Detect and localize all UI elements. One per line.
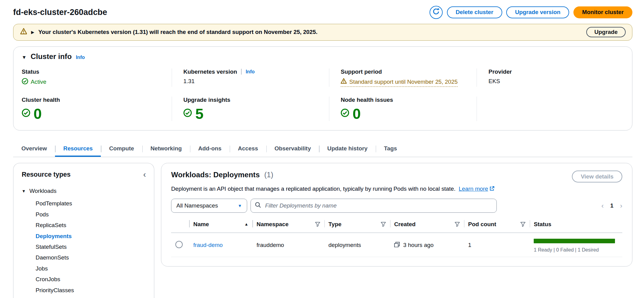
sidebar-item-podtemplates[interactable]: PodTemplates [36, 198, 146, 209]
column-header-type[interactable]: Type [324, 219, 390, 233]
banner-message: Your cluster's Kubernetes version (1.31)… [38, 29, 582, 35]
filter-icon[interactable] [315, 222, 320, 227]
sidebar-item-priorityclasses[interactable]: PriorityClasses [36, 285, 146, 296]
monitor-cluster-button[interactable]: Monitor cluster [573, 6, 633, 18]
check-circle-icon [22, 78, 28, 86]
node-health-issues-value: 0 [353, 106, 361, 121]
warning-icon [341, 78, 347, 86]
banner-expand-caret-icon[interactable]: ▶ [31, 30, 34, 35]
cluster-info-card: ▼ Cluster info Info Status Active Kubern… [13, 46, 632, 131]
column-header-status[interactable]: Status [530, 219, 622, 233]
created-cell: 3 hours ago [403, 242, 434, 248]
resources-content: Resource types ‹ ▼ Workloads PodTemplate… [13, 163, 632, 298]
sidebar-item-deployments[interactable]: Deployments [36, 231, 146, 241]
filter-icon[interactable] [520, 222, 525, 227]
row-radio-button[interactable] [175, 241, 183, 248]
deployments-description: Deployment is an API object that manages… [171, 186, 456, 192]
warning-icon [20, 28, 27, 37]
learn-more-link[interactable]: Learn more [459, 186, 494, 192]
caret-down-icon: ▼ [22, 189, 26, 193]
external-link-icon [489, 186, 494, 193]
check-circle-icon [183, 109, 192, 119]
search-icon [255, 202, 261, 210]
support-period-field: Support period Standard support until No… [329, 68, 477, 87]
next-page-button[interactable]: › [620, 202, 623, 209]
sidebar-item-horizontalpodautoscalers[interactable]: HorizontalPodAutoscalers [36, 296, 146, 298]
filter-icon[interactable] [455, 222, 460, 227]
sidebar-item-cronjobs[interactable]: CronJobs [36, 274, 146, 285]
status-caption: 1 Ready | 0 Failed | 1 Desired [534, 247, 618, 253]
tab-compute[interactable]: Compute [101, 141, 142, 157]
deployments-table: Name ▲ Namespace Type Created [171, 219, 622, 257]
cluster-info-title: Cluster info [31, 52, 71, 61]
upgrade-insights-field: Upgrade insights 5 [172, 97, 329, 121]
tab-resources[interactable]: Resources [55, 141, 101, 157]
refresh-icon [433, 8, 440, 17]
check-circle-icon [22, 109, 30, 119]
tab-observability[interactable]: Observability [266, 141, 319, 157]
type-cell: deployments [324, 242, 390, 248]
namespace-select[interactable]: All Namespaces ▼ [171, 199, 247, 213]
deployments-count: (1) [264, 171, 273, 179]
column-header-name[interactable]: Name ▲ [189, 219, 252, 233]
copy-icon[interactable] [394, 242, 400, 249]
tab-networking[interactable]: Networking [142, 141, 190, 157]
sort-ascending-icon: ▲ [244, 222, 248, 226]
deployments-panel: Workloads: Deployments (1) View details … [161, 163, 632, 267]
sidebar-item-pods[interactable]: Pods [36, 209, 146, 220]
provider-label: Provider [488, 68, 624, 75]
cluster-info-header: ▼ Cluster info Info [13, 52, 632, 61]
status-progress-bar [534, 239, 615, 243]
deployments-title: Workloads: Deployments [171, 171, 260, 179]
kubernetes-version-label: Kubernetes version [183, 68, 237, 75]
kubernetes-version-field: Kubernetes version Info 1.31 [172, 68, 329, 87]
cluster-info-grid: Status Active Kubernetes version Info 1.… [13, 68, 632, 121]
sidebar-item-jobs[interactable]: Jobs [36, 263, 146, 274]
deployment-name-link[interactable]: fraud-demo [193, 242, 223, 248]
resource-types-panel: Resource types ‹ ▼ Workloads PodTemplate… [13, 163, 154, 298]
banner-upgrade-button[interactable]: Upgrade [586, 27, 626, 37]
sidebar-item-daemonsets[interactable]: DaemonSets [36, 252, 146, 263]
group-workloads[interactable]: ▼ Workloads [22, 188, 146, 194]
kubernetes-version-value: 1.31 [183, 78, 320, 85]
tab-add-ons[interactable]: Add-ons [190, 141, 230, 157]
column-header-created[interactable]: Created [390, 219, 464, 233]
column-header-pod-count[interactable]: Pod count [464, 219, 530, 233]
upgrade-version-button[interactable]: Upgrade version [506, 6, 569, 18]
group-workloads-label: Workloads [29, 188, 57, 194]
delete-cluster-button[interactable]: Delete cluster [447, 6, 502, 18]
search-input[interactable] [264, 202, 492, 210]
select-caret-icon: ▼ [238, 204, 242, 208]
tab-update-history[interactable]: Update history [319, 141, 375, 157]
page-number[interactable]: 1 [610, 202, 613, 209]
cluster-health-value: 0 [34, 106, 42, 121]
tab-access[interactable]: Access [230, 141, 266, 157]
empty-cell [477, 97, 632, 121]
kubernetes-version-info-link[interactable]: Info [246, 69, 255, 75]
namespace-select-value: All Namespaces [176, 202, 218, 209]
panel-collapse-icon[interactable]: ‹ [143, 171, 146, 179]
cluster-info-info-link[interactable]: Info [76, 54, 85, 60]
upgrade-insights-label: Upgrade insights [183, 97, 320, 103]
eks-cluster-page: fd-eks-cluster-260adcbe Delete cluster U… [0, 0, 644, 298]
provider-value: EKS [488, 78, 624, 85]
check-circle-icon [341, 109, 349, 119]
support-period-value[interactable]: Standard support until November 25, 2025 [341, 78, 458, 87]
resource-types-title: Resource types [22, 171, 71, 178]
cluster-health-field: Cluster health 0 [13, 97, 172, 121]
sidebar-item-replicasets[interactable]: ReplicaSets [36, 220, 146, 230]
sidebar-item-statefulsets[interactable]: StatefulSets [36, 241, 146, 252]
cluster-health-label: Cluster health [22, 97, 163, 103]
section-collapse-caret-icon[interactable]: ▼ [22, 54, 27, 60]
view-details-button[interactable]: View details [572, 171, 622, 182]
tab-tags[interactable]: Tags [376, 141, 405, 157]
tab-overview[interactable]: Overview [13, 141, 55, 157]
table-row: fraud-demo frauddemo deployments 3 hours… [171, 233, 622, 257]
prev-page-button[interactable]: ‹ [601, 202, 604, 209]
refresh-button[interactable] [430, 6, 443, 19]
header-actions: Delete cluster Upgrade version Monitor c… [430, 6, 632, 19]
upgrade-insights-value: 5 [195, 106, 203, 121]
filter-icon[interactable] [381, 222, 386, 227]
column-header-namespace[interactable]: Namespace [252, 219, 324, 233]
resource-types-tree: ▼ Workloads PodTemplates Pods ReplicaSet… [22, 188, 146, 298]
